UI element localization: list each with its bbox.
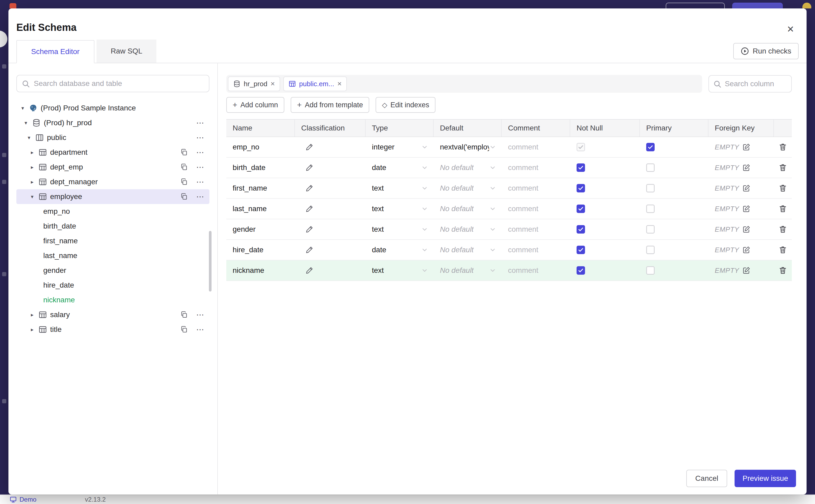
primary-checkbox[interactable]: [646, 163, 655, 172]
comment-input[interactable]: [508, 184, 565, 192]
sidebar-item-column-hire-date[interactable]: hire_date: [16, 278, 209, 293]
run-checks-button[interactable]: Run checks: [733, 43, 799, 59]
tree-scrollbar[interactable]: [209, 231, 211, 292]
copy-icon[interactable]: [180, 163, 188, 171]
comment-input[interactable]: [508, 143, 565, 151]
not-null-checkbox[interactable]: [577, 143, 585, 151]
caret-down-icon[interactable]: ▾: [20, 105, 26, 111]
not-null-checkbox[interactable]: [577, 266, 585, 275]
column-name-field[interactable]: gender: [226, 219, 295, 239]
default-select[interactable]: No default: [434, 178, 502, 198]
classification-edit-button[interactable]: [305, 225, 313, 233]
delete-column-button[interactable]: [779, 163, 787, 172]
not-null-checkbox[interactable]: [577, 163, 585, 172]
sidebar-item-table-title[interactable]: ▸ title ⋯: [16, 322, 209, 337]
primary-checkbox[interactable]: [646, 205, 655, 213]
column-name-field[interactable]: hire_date: [226, 240, 295, 260]
close-icon[interactable]: ×: [787, 23, 794, 35]
classification-edit-button[interactable]: [305, 164, 313, 172]
copy-icon[interactable]: [180, 149, 188, 156]
add-column-button[interactable]: + Add column: [226, 97, 284, 113]
caret-right-icon[interactable]: ▸: [29, 327, 35, 332]
comment-input[interactable]: [508, 205, 565, 213]
edit-foreign-key-button[interactable]: [742, 143, 750, 151]
classification-edit-button[interactable]: [305, 246, 313, 254]
copy-icon[interactable]: [180, 178, 188, 186]
not-null-checkbox[interactable]: [577, 246, 585, 254]
comment-input[interactable]: [508, 266, 565, 275]
copy-icon[interactable]: [180, 311, 188, 318]
column-name-field[interactable]: emp_no: [226, 137, 295, 157]
delete-column-button[interactable]: [779, 205, 787, 213]
sidebar-item-database-hr-prod[interactable]: ▾ (Prod) hr_prod ⋯: [16, 115, 209, 130]
more-actions-icon[interactable]: ⋯: [196, 119, 204, 127]
more-actions-icon[interactable]: ⋯: [196, 148, 204, 156]
type-select[interactable]: date: [365, 240, 434, 260]
more-actions-icon[interactable]: ⋯: [196, 134, 204, 142]
sidebar-item-table-salary[interactable]: ▸ salary ⋯: [16, 307, 209, 322]
type-select[interactable]: text: [365, 199, 434, 219]
default-select[interactable]: No default: [434, 240, 502, 260]
delete-column-button[interactable]: [779, 184, 787, 192]
comment-input[interactable]: [508, 246, 565, 254]
comment-input[interactable]: [508, 163, 565, 172]
default-select[interactable]: No default: [434, 260, 502, 280]
sidebar-item-column-emp-no[interactable]: emp_no: [16, 204, 209, 219]
more-actions-icon[interactable]: ⋯: [196, 326, 204, 333]
sidebar-item-table-dept-manager[interactable]: ▸ dept_manager ⋯: [16, 175, 209, 189]
edit-foreign-key-button[interactable]: [742, 225, 750, 233]
more-actions-icon[interactable]: ⋯: [196, 193, 204, 201]
caret-right-icon[interactable]: ▸: [29, 312, 35, 317]
primary-checkbox[interactable]: [646, 225, 655, 234]
sidebar-item-column-gender[interactable]: gender: [16, 263, 209, 278]
close-icon[interactable]: ×: [271, 80, 275, 88]
sidebar-item-table-dept-emp[interactable]: ▸ dept_emp ⋯: [16, 160, 209, 175]
sidebar-item-table-department[interactable]: ▸ department ⋯: [16, 145, 209, 160]
column-name-field[interactable]: last_name: [226, 199, 295, 219]
preview-issue-button[interactable]: Preview issue: [735, 470, 796, 487]
caret-right-icon[interactable]: ▸: [29, 164, 35, 170]
classification-edit-button[interactable]: [305, 143, 313, 151]
type-select[interactable]: integer: [365, 137, 434, 157]
sidebar-item-column-nickname[interactable]: nickname: [16, 293, 209, 307]
primary-checkbox[interactable]: [646, 184, 655, 192]
sidebar-item-column-birth-date[interactable]: birth_date: [16, 219, 209, 234]
default-select[interactable]: nextval('employ: [434, 137, 502, 157]
default-select[interactable]: No default: [434, 199, 502, 219]
type-select[interactable]: date: [365, 158, 434, 178]
copy-icon[interactable]: [180, 193, 188, 200]
edit-foreign-key-button[interactable]: [742, 184, 750, 192]
primary-checkbox[interactable]: [646, 266, 655, 275]
tab-chip-public-employee[interactable]: public.em... ×: [283, 76, 347, 91]
not-null-checkbox[interactable]: [577, 225, 585, 234]
caret-down-icon[interactable]: ▾: [23, 120, 29, 125]
delete-column-button[interactable]: [779, 246, 787, 254]
type-select[interactable]: text: [365, 178, 434, 198]
type-select[interactable]: text: [365, 260, 434, 280]
classification-edit-button[interactable]: [305, 184, 313, 192]
primary-checkbox[interactable]: [646, 143, 655, 151]
column-name-field[interactable]: first_name: [226, 178, 295, 198]
edit-foreign-key-button[interactable]: [742, 246, 750, 254]
column-name-field[interactable]: birth_date: [226, 158, 295, 178]
edit-foreign-key-button[interactable]: [742, 164, 750, 172]
classification-edit-button[interactable]: [305, 205, 313, 213]
tab-schema-editor[interactable]: Schema Editor: [16, 40, 94, 63]
delete-column-button[interactable]: [779, 225, 787, 234]
close-icon[interactable]: ×: [337, 80, 341, 88]
sidebar-item-column-last-name[interactable]: last_name: [16, 248, 209, 263]
classification-edit-button[interactable]: [305, 266, 313, 274]
tab-raw-sql[interactable]: Raw SQL: [96, 40, 157, 63]
more-actions-icon[interactable]: ⋯: [196, 178, 204, 186]
database-search-input[interactable]: [16, 75, 209, 92]
cancel-button[interactable]: Cancel: [686, 470, 727, 487]
sidebar-item-schema-public[interactable]: ▾ public ⋯: [16, 130, 209, 145]
more-actions-icon[interactable]: ⋯: [196, 163, 204, 171]
caret-down-icon[interactable]: ▾: [26, 135, 32, 140]
delete-column-button[interactable]: [779, 143, 787, 151]
edit-foreign-key-button[interactable]: [742, 205, 750, 213]
column-name-field[interactable]: nickname: [226, 260, 295, 280]
sidebar-item-column-first-name[interactable]: first_name: [16, 234, 209, 248]
caret-right-icon[interactable]: ▸: [29, 150, 35, 155]
primary-checkbox[interactable]: [646, 246, 655, 254]
